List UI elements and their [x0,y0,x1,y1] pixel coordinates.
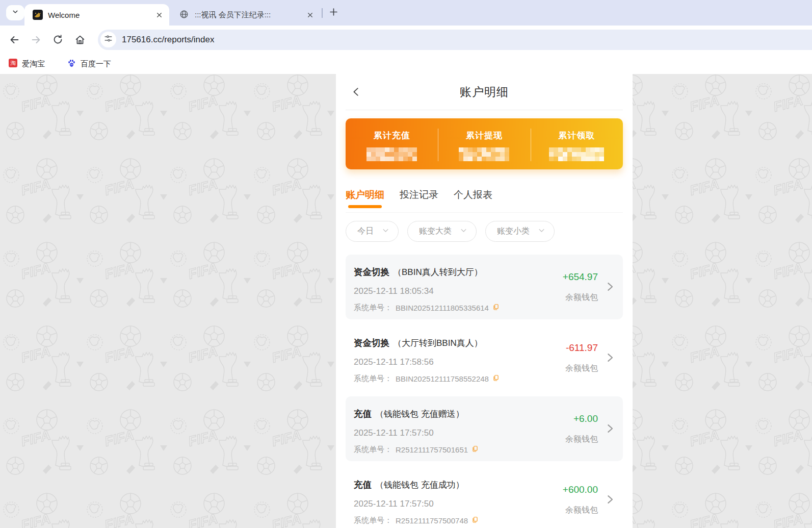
transaction-datetime: 2025-12-11 18:05:34 [354,286,562,296]
transaction-amount-block: +6.00 余额钱包 [565,396,598,461]
back-chevron-icon[interactable] [351,86,363,98]
site-settings-chip[interactable] [100,32,116,47]
chevron-down-icon [11,8,19,18]
copy-icon[interactable] [472,516,479,525]
tab-personal-report[interactable]: 个人报表 [454,189,492,212]
transaction-title: 资金切换（大厅转到BBIN真人） [354,338,562,348]
browser-tab-records[interactable]: :::视讯 会员下注纪录::: [171,4,320,26]
tab-search-button[interactable] [6,5,24,20]
page-viewport: FIFA 账户明细 累计充值 累计提现 累计领取 [0,74,812,528]
section-tabs: 账户明细 投注记录 个人报表 [346,189,623,213]
svg-text:du: du [70,63,73,66]
back-icon[interactable] [9,34,20,45]
transaction-row[interactable]: 充值（钱能钱包 充值成功） 2025-12-11 17:57:50 系统单号：R… [346,467,623,528]
transaction-row[interactable]: 充值（钱能钱包 充值赠送） 2025-12-11 17:57:50 系统单号：R… [346,396,623,461]
gold-emblem-icon [33,10,43,20]
chevron-down-icon [460,227,467,236]
transaction-amount-block: +654.97 余额钱包 [563,255,598,319]
transaction-order: 系统单号：BBIN202512111805335614 [354,303,562,313]
transaction-wallet: 余额钱包 [565,292,598,303]
transaction-row[interactable]: 资金切换（大厅转到BBIN真人） 2025-12-11 17:58:56 系统单… [346,325,623,390]
copy-icon[interactable] [472,445,479,454]
filter-minor-category-dropdown[interactable]: 账变小类 [485,221,555,242]
transaction-amount: +600.00 [563,484,598,495]
transaction-datetime: 2025-12-11 17:57:50 [354,428,562,438]
stat-total-deposit: 累计充值 [346,118,438,169]
bookmark-label: 爱淘宝 [22,59,45,69]
filter-date-dropdown[interactable]: 今日 [346,221,399,242]
url-bar[interactable]: 175616.cc/reports/index [98,30,812,50]
chevron-right-icon[interactable] [604,423,615,436]
bookmark-taobao[interactable]: 淘 爱淘宝 [9,59,45,69]
account-detail-panel: 账户明细 累计充值 累计提现 累计领取 账户明细 投注记录 个人报表 [336,74,633,528]
plus-icon [329,7,338,19]
stat-total-withdraw: 累计提现 [438,118,530,169]
transaction-datetime: 2025-12-11 17:58:56 [354,357,562,367]
transaction-wallet: 余额钱包 [565,363,598,374]
filter-row: 今日 账变大类 账变小类 [346,221,623,242]
filter-label: 账变大类 [419,226,452,237]
bookmark-baidu[interactable]: du 百度一下 [67,59,111,69]
close-icon[interactable] [305,10,315,20]
tune-icon [104,34,113,45]
transaction-order: 系统单号：BBIN202512111758552248 [354,374,562,384]
summary-card: 累计充值 累计提现 累计领取 [346,118,623,169]
reload-icon[interactable] [53,34,64,45]
globe-icon [179,10,190,20]
tab-title: :::视讯 会员下注纪录::: [195,10,302,20]
tab-account-detail[interactable]: 账户明细 [346,189,384,212]
stat-label: 累计提现 [438,130,530,141]
chevron-right-icon[interactable] [604,352,615,365]
url-text[interactable]: 175616.cc/reports/index [122,35,214,45]
masked-amount [459,147,509,161]
masked-amount [549,147,604,161]
transaction-amount: +654.97 [563,271,598,283]
chevron-down-icon [382,227,389,236]
transaction-wallet: 余额钱包 [565,505,598,516]
transaction-amount-block: -611.97 余额钱包 [565,325,598,390]
chevron-down-icon [538,227,545,236]
stat-label: 累计充值 [346,130,438,141]
copy-icon[interactable] [492,304,500,312]
stat-divider [531,129,531,161]
transaction-order: 系统单号：R2512111757501651 [354,445,562,455]
transaction-amount: -611.97 [566,342,598,354]
new-tab-button[interactable] [326,6,341,20]
stat-label: 累计领取 [531,130,623,141]
transaction-amount-block: +600.00 余额钱包 [563,467,598,528]
taobao-icon: 淘 [9,59,17,69]
transaction-order: 系统单号：R2512111757500748 [354,516,562,525]
chevron-right-icon[interactable] [604,281,615,294]
filter-label: 今日 [357,226,374,237]
filter-major-category-dropdown[interactable]: 账变大类 [407,221,477,242]
tab-bet-records[interactable]: 投注记录 [400,189,438,212]
chevron-right-icon[interactable] [604,494,615,507]
tab-title: Welcome [48,11,151,19]
copy-icon[interactable] [492,374,500,383]
forward-icon[interactable] [31,34,42,45]
browser-tabstrip: Welcome :::视讯 会员下注纪录::: [0,0,812,26]
filter-label: 账变小类 [497,226,530,237]
transaction-list: 资金切换（BBIN真人转到大厅） 2025-12-11 18:05:34 系统单… [346,255,623,528]
transaction-datetime: 2025-12-11 17:57:50 [354,498,562,509]
bookmark-label: 百度一下 [81,59,111,69]
transaction-title: 资金切换（BBIN真人转到大厅） [354,267,562,278]
bookmarks-bar: 淘 爱淘宝 du 百度一下 [0,54,812,74]
transaction-amount: +6.00 [573,413,598,424]
stat-divider [438,129,438,161]
transaction-wallet: 余额钱包 [565,434,598,445]
tab-divider [322,8,323,18]
transaction-title: 充值（钱能钱包 充值赠送） [354,409,562,419]
browser-toolbar: 175616.cc/reports/index [0,26,812,54]
svg-text:淘: 淘 [10,60,15,66]
home-icon[interactable] [74,34,86,45]
transaction-row[interactable]: 资金切换（BBIN真人转到大厅） 2025-12-11 18:05:34 系统单… [346,255,623,319]
browser-tab-welcome[interactable]: Welcome [24,4,169,26]
panel-header: 账户明细 [346,74,623,110]
transaction-title: 充值（钱能钱包 充值成功） [354,480,562,490]
stat-total-claimed: 累计领取 [531,118,623,169]
baidu-icon: du [67,59,76,69]
close-icon[interactable] [154,10,164,20]
masked-amount [366,147,417,161]
page-title: 账户明细 [460,84,509,100]
